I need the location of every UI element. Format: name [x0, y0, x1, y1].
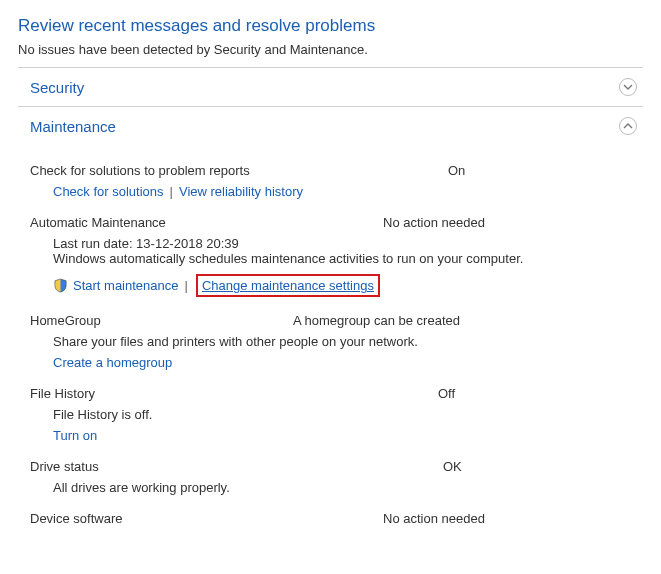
section-label-maintenance: Maintenance	[30, 118, 116, 135]
homegroup-label: HomeGroup	[30, 313, 285, 328]
item-file-history: File History Off File History is off. Tu…	[30, 386, 637, 443]
homegroup-status: A homegroup can be created	[293, 313, 460, 328]
maintenance-body: Check for solutions to problem reports O…	[18, 145, 643, 532]
item-device-software: Device software No action needed	[30, 511, 637, 526]
automatic-maintenance-status: No action needed	[383, 215, 485, 230]
file-history-turn-on-link[interactable]: Turn on	[53, 428, 97, 443]
file-history-desc: File History is off.	[53, 407, 637, 422]
item-problem-reports: Check for solutions to problem reports O…	[30, 163, 637, 199]
page-subtitle: No issues have been detected by Security…	[18, 42, 643, 57]
chevron-down-icon	[619, 78, 637, 96]
chevron-up-icon	[619, 117, 637, 135]
item-homegroup: HomeGroup A homegroup can be created Sha…	[30, 313, 637, 370]
problem-reports-status: On	[448, 163, 465, 178]
file-history-status: Off	[438, 386, 455, 401]
item-automatic-maintenance: Automatic Maintenance No action needed L…	[30, 215, 637, 297]
section-header-security[interactable]: Security	[18, 68, 643, 107]
shield-icon	[53, 278, 68, 293]
view-reliability-history-link[interactable]: View reliability history	[179, 184, 303, 199]
drive-status-label: Drive status	[30, 459, 435, 474]
device-software-label: Device software	[30, 511, 375, 526]
section-label-security: Security	[30, 79, 84, 96]
separator: |	[185, 278, 188, 293]
automatic-maintenance-last-run: Last run date: 13-12-2018 20:39	[53, 236, 637, 251]
start-maintenance-link[interactable]: Start maintenance	[73, 278, 179, 293]
section-header-maintenance[interactable]: Maintenance	[18, 107, 643, 145]
change-maintenance-settings-link[interactable]: Change maintenance settings	[202, 278, 374, 293]
drive-status-status: OK	[443, 459, 462, 474]
homegroup-desc: Share your files and printers with other…	[53, 334, 637, 349]
problem-reports-label: Check for solutions to problem reports	[30, 163, 440, 178]
item-drive-status: Drive status OK All drives are working p…	[30, 459, 637, 495]
check-for-solutions-link[interactable]: Check for solutions	[53, 184, 164, 199]
device-software-status: No action needed	[383, 511, 485, 526]
automatic-maintenance-label: Automatic Maintenance	[30, 215, 375, 230]
drive-status-desc: All drives are working properly.	[53, 480, 637, 495]
highlight-box: Change maintenance settings	[196, 274, 380, 297]
create-homegroup-link[interactable]: Create a homegroup	[53, 355, 172, 370]
file-history-label: File History	[30, 386, 430, 401]
separator: |	[170, 184, 173, 199]
page-title: Review recent messages and resolve probl…	[18, 16, 643, 36]
automatic-maintenance-desc: Windows automatically schedules maintena…	[53, 251, 637, 266]
